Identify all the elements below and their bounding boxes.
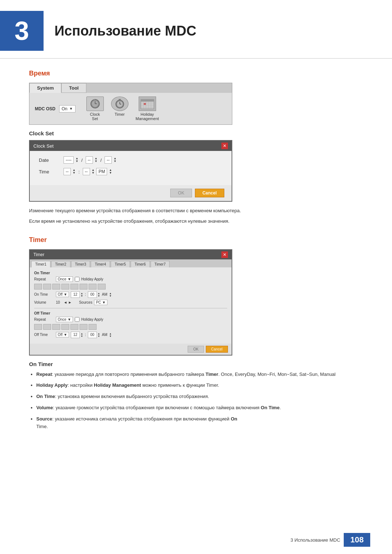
timer-close-button[interactable]: ✕ [221, 251, 228, 258]
on-day-cb-3[interactable] [52, 284, 60, 290]
off-day-cb-6[interactable] [79, 324, 87, 330]
clock-desc2: Если время не установлено на устройстве … [29, 218, 363, 225]
on-min-input[interactable]: 00 [88, 291, 97, 298]
off-ampm-arrows[interactable]: ▲▼ [109, 332, 112, 337]
on-sources-dropdown[interactable]: PC ▼ [94, 300, 107, 305]
timer-icon-item[interactable]: Timer [111, 97, 128, 121]
bullet-item-volume: Volume: указание громкости устройства от… [36, 404, 363, 412]
date-month-input[interactable]: -- [86, 156, 93, 164]
on-day-cb-5[interactable] [70, 284, 78, 290]
on-volume-row: Volume 10 ◄ ► Sources PC ▼ [34, 300, 227, 305]
date-year-arrows[interactable]: ▲▼ [75, 157, 78, 163]
time-hour-arrows[interactable]: ▲▼ [73, 169, 75, 175]
time-ampm-select[interactable]: PM [96, 168, 107, 175]
dialog-footer: OK Cancel [30, 185, 232, 201]
dialog-close-button[interactable]: ✕ [221, 143, 228, 149]
on-day-cb-6[interactable] [79, 284, 87, 290]
timer-tab-7[interactable]: Timer7 [151, 261, 170, 267]
timer-tab-1[interactable]: Timer1 [31, 261, 50, 267]
date-day-input[interactable]: -- [105, 156, 112, 164]
time-ampm-arrows[interactable]: ▲▼ [109, 169, 112, 175]
on-time-dropdown[interactable]: Off ▼ [56, 292, 69, 297]
on-repeat-row: Repeat Once ▼ Holiday Apply [34, 276, 227, 282]
timer-tab-3[interactable]: Timer3 [71, 261, 90, 267]
off-repeat-dropdown[interactable]: Once ▼ [56, 317, 73, 322]
on-timer-section-label: On Timer [34, 271, 227, 275]
bullet-repeat-timer-bold: Timer [205, 372, 218, 377]
on-day-cb-1[interactable] [34, 284, 42, 290]
time-min-input[interactable]: -- [83, 168, 90, 175]
bullet-item-source: Source: указание источника сигнала устро… [36, 415, 363, 431]
on-min-arrows[interactable]: ▲▼ [98, 292, 100, 297]
on-day-cb-4[interactable] [61, 284, 69, 290]
off-hour-input[interactable]: 12 [71, 332, 80, 338]
off-holiday-checkbox[interactable] [75, 317, 79, 322]
time-min-value: -- [85, 169, 88, 174]
date-month-value: -- [88, 157, 91, 163]
on-day-cb-2[interactable] [43, 284, 51, 290]
date-day-arrows[interactable]: ▲▼ [114, 157, 117, 163]
mdc-osd-label: MDC OSD [35, 106, 56, 111]
clock-ok-button[interactable]: OK [170, 189, 192, 197]
timer-tab-4[interactable]: Timer4 [91, 261, 110, 267]
date-sep2: / [100, 157, 102, 163]
on-day-cb-7[interactable] [89, 284, 97, 290]
on-hour-arrows[interactable]: ▲▼ [81, 292, 83, 297]
date-year-input[interactable]: ---- [64, 156, 74, 164]
holiday-icon-item[interactable]: HolidayManagement [136, 97, 159, 121]
off-time-arrow: ▼ [64, 333, 67, 337]
on-repeat-dropdown[interactable]: Once ▼ [56, 276, 73, 282]
clock-cancel-button[interactable]: Cancel [195, 189, 224, 197]
bullet-source-on-bold: On [231, 416, 237, 422]
on-ampm-arrows[interactable]: ▲▼ [109, 292, 112, 297]
off-ampm-label: AM [102, 333, 107, 337]
clock-set-icon-item[interactable]: ClockSet [86, 97, 104, 121]
off-min-input[interactable]: 00 [88, 332, 97, 338]
timer-ok-button[interactable]: OK [188, 346, 204, 353]
on-time-value: Off [58, 292, 62, 296]
footer-text: 3 Использование MDC [290, 537, 340, 543]
off-day-cb-3[interactable] [52, 324, 60, 330]
timer-tab-5[interactable]: Timer5 [111, 261, 130, 267]
tab-tool[interactable]: Tool [61, 83, 86, 93]
off-day-cb-1[interactable] [34, 324, 42, 330]
time-min-arrows[interactable]: ▲▼ [92, 169, 95, 175]
off-time-dropdown[interactable]: Off ▼ [56, 332, 69, 337]
off-min-arrows[interactable]: ▲▼ [98, 332, 100, 337]
off-day-cb-2[interactable] [43, 324, 51, 330]
chapter-title: Использование MDC [54, 23, 196, 39]
on-time-label: On Time [34, 292, 54, 296]
bullet-source-bold: Source [36, 416, 52, 422]
off-day-cb-5[interactable] [70, 324, 78, 330]
off-day-cb-7[interactable] [89, 324, 97, 330]
timer-cancel-button[interactable]: Cancel [206, 346, 228, 353]
on-dropdown[interactable]: On ▼ [59, 105, 75, 112]
off-timer-section-label: Off Timer [34, 311, 227, 315]
tabs-row: System Tool [29, 83, 232, 93]
on-day-cb-8[interactable] [98, 284, 106, 290]
off-time-row: Off Time Off ▼ 12 ▲▼ : 00 ▲▼ [34, 332, 227, 338]
time-ampm-value: PM [98, 169, 105, 174]
time-hour-input[interactable]: -- [64, 168, 71, 175]
tab-system[interactable]: System [29, 83, 61, 93]
on-hour-input[interactable]: 12 [71, 291, 80, 298]
on-time-row: On Time Off ▼ 12 ▲▼ : 00 ▲▼ [34, 291, 227, 298]
bullet-item-holiday: Holiday Apply: настройки Holiday Managem… [36, 382, 363, 389]
on-volume-arrow[interactable]: ◄ ► [64, 300, 72, 304]
on-repeat-value: Once [58, 277, 66, 281]
off-time-value: Off [58, 333, 62, 337]
bullet-volume-ontime-bold: On Time [261, 405, 279, 410]
on-repeat-label: Repeat [34, 277, 54, 281]
bullet-repeat-text2: . Once, EveryDay, Mon~Fri, Mon~Sat, Sat~… [218, 372, 335, 377]
off-day-cb-4[interactable] [61, 324, 69, 330]
off-repeat-arrow: ▼ [68, 317, 71, 321]
on-holiday-checkbox[interactable] [75, 277, 79, 282]
date-month-arrows[interactable]: ▲▼ [95, 157, 98, 163]
off-hour-arrows[interactable]: ▲▼ [81, 332, 83, 337]
timer-tab-2[interactable]: Timer2 [51, 261, 70, 267]
bullet-volume-text2: . [279, 405, 281, 410]
timer-tab-6[interactable]: Timer6 [131, 261, 150, 267]
timer-divider [34, 308, 227, 308]
off-time-sep: : [85, 333, 86, 337]
off-holiday-label: Holiday Apply [81, 317, 103, 321]
